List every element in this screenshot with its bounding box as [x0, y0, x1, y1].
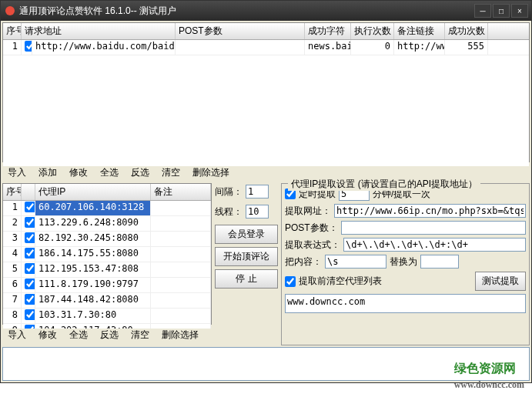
maximize-button[interactable]: □ — [493, 4, 510, 18]
test-button[interactable]: 测试提取 — [475, 272, 526, 291]
threads-label: 线程： — [215, 205, 243, 219]
col-seq[interactable]: 序号 — [3, 23, 22, 39]
post-input[interactable] — [341, 221, 526, 235]
col-succ[interactable]: 成功字符 — [305, 23, 351, 39]
close-button[interactable]: × — [511, 4, 528, 18]
request-grid[interactable]: 序号 请求地址 POST参数 成功字符 执行次数 备注链接 成功次数 1http… — [2, 22, 530, 162]
panel-legend: 代理IP提取设置 (请设置自己的API提取地址） — [288, 178, 480, 191]
table-row[interactable]: 4186.14.175.55:8080 — [3, 247, 211, 262]
toolbar-button[interactable]: 全选 — [64, 326, 93, 344]
table-row[interactable]: 2113.229.6.248:8090 — [3, 216, 211, 232]
regex-input[interactable] — [343, 238, 526, 252]
col-note[interactable]: 备注 — [151, 184, 211, 200]
url-label: 提取网址： — [285, 205, 331, 218]
toolbar-button[interactable]: 修改 — [64, 164, 93, 182]
row-checkbox[interactable] — [25, 217, 35, 228]
row-checkbox[interactable] — [25, 263, 35, 274]
row-checkbox[interactable] — [25, 309, 35, 320]
table-row[interactable]: 8103.31.7.30:80 — [3, 309, 211, 324]
replace-input[interactable] — [420, 255, 459, 269]
status-box: www.downcc.com — [285, 294, 526, 313]
toolbar-button[interactable]: 反选 — [95, 326, 124, 344]
toolbar-button[interactable]: 删除选择 — [187, 164, 235, 182]
col-count[interactable]: 成功次数 — [445, 23, 488, 39]
watermark: 绿色资源网 www.downcc.com — [454, 361, 524, 391]
table-row[interactable]: 5112.195.153.47:808 — [3, 262, 211, 278]
clear-label: 提取前清空代理列表 — [299, 275, 382, 288]
toolbar-button[interactable]: 清空 — [156, 164, 186, 182]
threads-input[interactable] — [246, 205, 269, 219]
col-link[interactable]: 备注链接 — [394, 23, 445, 39]
interval-input[interactable] — [246, 185, 269, 198]
toolbar-button[interactable]: 全选 — [95, 164, 124, 182]
table-row[interactable]: 160.207.106.140:3128 — [3, 201, 211, 216]
replace-label: 替换为 — [390, 255, 417, 269]
col-post[interactable]: POST参数 — [176, 23, 305, 39]
log-textarea[interactable] — [2, 347, 530, 381]
col-seq[interactable]: 序号 — [3, 184, 22, 200]
toolbar-proxy: 导入修改全选反选清空删除选择 — [2, 325, 212, 345]
content-input[interactable] — [325, 255, 386, 269]
row-checkbox[interactable] — [25, 202, 35, 212]
toolbar-button[interactable]: 添加 — [33, 164, 62, 182]
toolbar-button[interactable]: 导入 — [2, 326, 32, 344]
titlebar: 通用顶评论点赞软件 16.1.0-- 测试用户 ─ □ × — [1, 1, 531, 21]
toolbar-button[interactable]: 清空 — [125, 326, 155, 344]
start-button[interactable]: 开始顶评论 — [215, 247, 278, 266]
login-button[interactable]: 会员登录 — [215, 225, 278, 244]
post-label: POST参数： — [285, 222, 338, 235]
url-input[interactable] — [334, 204, 526, 218]
app-icon — [4, 5, 16, 17]
window-title: 通用顶评论点赞软件 16.1.0-- 测试用户 — [19, 5, 474, 18]
minimize-button[interactable]: ─ — [474, 4, 491, 18]
col-ip[interactable]: 代理IP — [35, 184, 151, 200]
stop-button[interactable]: 停 止 — [215, 269, 278, 289]
regex-label: 提取表达式： — [285, 239, 340, 252]
row-checkbox[interactable] — [25, 248, 35, 259]
table-row[interactable]: 6111.8.179.190:9797 — [3, 278, 211, 293]
toolbar-button[interactable]: 导入 — [2, 164, 32, 182]
table-row[interactable]: 382.192.30.245:8080 — [3, 232, 211, 247]
row-checkbox[interactable] — [25, 279, 35, 289]
content-label: 把内容： — [285, 255, 322, 269]
interval-label: 间隔： — [215, 185, 243, 198]
toolbar-button[interactable]: 删除选择 — [156, 326, 204, 344]
col-exec[interactable]: 执行次数 — [351, 23, 394, 39]
col-url[interactable]: 请求地址 — [22, 23, 176, 39]
clear-checkbox[interactable] — [285, 276, 296, 287]
table-row[interactable]: 1http://www.baidu.com/baidu?wd=##Knews.b… — [3, 40, 529, 55]
row-checkbox[interactable] — [25, 294, 35, 305]
proxy-grid[interactable]: 序号 代理IP 备注 160.207.106.140:31282113.229.… — [2, 183, 212, 325]
row-checkbox[interactable] — [25, 232, 35, 243]
toolbar-button[interactable]: 反选 — [125, 164, 155, 182]
row-checkbox[interactable] — [25, 41, 32, 52]
proxy-settings-panel: 代理IP提取设置 (请设置自己的API提取地址） 定时提取 分钟/提取一次 提取… — [281, 183, 530, 345]
toolbar-button[interactable]: 修改 — [33, 326, 62, 344]
svg-point-0 — [5, 6, 15, 15]
table-row[interactable]: 7187.44.148.42:8080 — [3, 293, 211, 309]
